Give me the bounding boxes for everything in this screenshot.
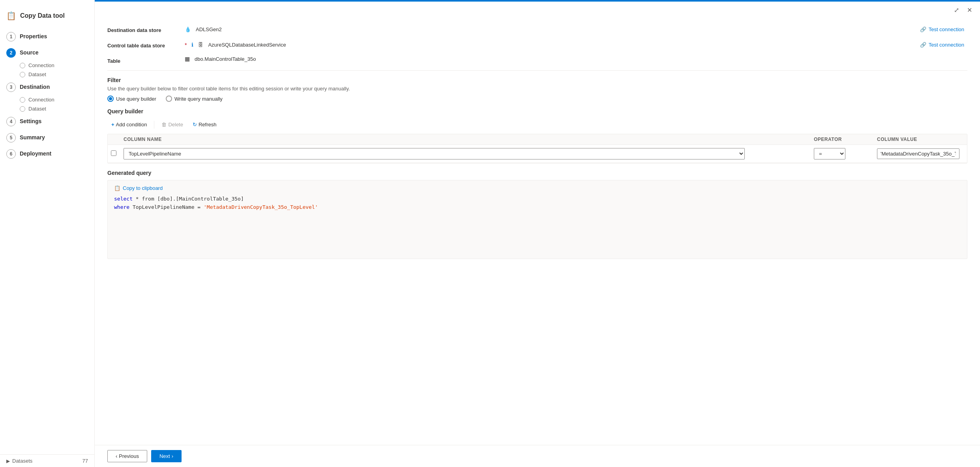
qb-value-cell bbox=[877, 148, 964, 159]
delete-button[interactable]: 🗑 Delete bbox=[157, 119, 187, 130]
test-connection-btn-ctrl[interactable]: 🔗 Test connection bbox=[917, 40, 967, 49]
sql-where-keyword: where bbox=[114, 204, 129, 210]
table-label: Table bbox=[107, 56, 178, 64]
test-conn-label-dest: Test connection bbox=[929, 26, 964, 32]
main-header: ⤢ ✕ bbox=[95, 2, 980, 19]
sidebar: 📋 Copy Data tool 1 Properties 2 Source C… bbox=[0, 0, 95, 467]
nav-label-source: Source bbox=[20, 48, 38, 57]
qb-operator-cell: = bbox=[814, 148, 877, 159]
qb-table-header: COLUMN NAME OPERATOR COLUMN VALUE bbox=[108, 134, 967, 145]
control-table-value-container: * ℹ 🗄 AzureSQLDatabaseLinkedService 🔗 Te… bbox=[185, 40, 967, 49]
previous-arrow-icon: ‹ bbox=[116, 453, 117, 459]
nav-item-properties[interactable]: 1 Properties bbox=[0, 28, 94, 45]
query-line-1: select * from [dbo].[MainControlTable_35… bbox=[114, 195, 961, 203]
refresh-icon: ↻ bbox=[193, 122, 197, 128]
sidebar-bottom-value: 77 bbox=[82, 458, 88, 464]
nav-number-properties: 1 bbox=[6, 32, 16, 41]
nav-sub-label-connection: Connection bbox=[28, 62, 54, 68]
table-value-container: ▦ dbo.MainControlTable_35o bbox=[185, 56, 967, 62]
nav-sub-dataset[interactable]: Dataset bbox=[0, 70, 94, 79]
chevron-right-icon: ▶ bbox=[6, 458, 10, 464]
next-button[interactable]: Next › bbox=[151, 450, 182, 462]
query-builder-table: COLUMN NAME OPERATOR COLUMN VALUE TopLev… bbox=[107, 134, 967, 163]
radio-write-query-manually[interactable]: Write query manually bbox=[166, 96, 223, 102]
delete-icon: 🗑 bbox=[161, 122, 167, 128]
nav-item-deployment[interactable]: 6 Deployment bbox=[0, 146, 94, 162]
filter-title: Filter bbox=[107, 77, 967, 83]
nav-number-deployment: 6 bbox=[6, 149, 16, 159]
sql-icon: 🗄 bbox=[198, 42, 203, 48]
qb-col-column-value: COLUMN VALUE bbox=[877, 137, 964, 142]
table-icon: ▦ bbox=[185, 56, 190, 62]
qb-table-row: TopLevelPipelineName = bbox=[108, 145, 967, 163]
info-icon: ℹ bbox=[191, 42, 193, 48]
radio-use-query-builder[interactable]: Use query builder bbox=[107, 96, 156, 102]
app-icon: 📋 bbox=[6, 11, 16, 21]
copy-icon: 📋 bbox=[114, 185, 120, 191]
control-table-label: Control table data store bbox=[107, 40, 178, 49]
nav-number-source: 2 bbox=[6, 48, 16, 58]
sql-from-clause: * from [dbo].[MainControlTable_35o] bbox=[136, 196, 244, 202]
sidebar-bottom: ▶ Datasets 77 bbox=[0, 454, 94, 467]
control-table-value: AzureSQLDatabaseLinkedService bbox=[208, 42, 286, 48]
qb-col-column-name: COLUMN NAME bbox=[124, 137, 814, 142]
previous-button[interactable]: ‹ Previous bbox=[107, 450, 147, 462]
test-conn-icon: 🔗 bbox=[920, 26, 926, 32]
test-conn-label-ctrl: Test connection bbox=[929, 42, 964, 48]
query-builder-toolbar: + Add condition 🗑 Delete ↻ Refresh bbox=[107, 119, 967, 130]
nav-sub-label-dest-dataset: Dataset bbox=[28, 106, 46, 112]
nav-item-settings[interactable]: 4 Settings bbox=[0, 113, 94, 129]
copy-to-clipboard-button[interactable]: 📋 Copy to clipboard bbox=[114, 185, 163, 195]
copy-label: Copy to clipboard bbox=[123, 185, 163, 191]
destination-store-value: ADLSGen2 bbox=[196, 26, 222, 32]
sidebar-bottom-label: Datasets bbox=[12, 458, 32, 464]
nav-item-summary[interactable]: 5 Summary bbox=[0, 129, 94, 146]
generated-query-title: Generated query bbox=[107, 170, 967, 176]
add-condition-label: Add condition bbox=[116, 122, 147, 128]
maximize-button[interactable]: ⤢ bbox=[952, 5, 961, 15]
nav-radio-dest-connection bbox=[20, 97, 25, 103]
nav-sub-dest-dataset[interactable]: Dataset bbox=[0, 104, 94, 113]
nav-label-deployment: Deployment bbox=[20, 149, 51, 158]
row-checkbox[interactable] bbox=[111, 150, 116, 156]
nav-radio-dest-dataset bbox=[20, 106, 25, 112]
qb-column-name-cell: TopLevelPipelineName bbox=[124, 148, 814, 159]
toolbar-separator bbox=[154, 121, 154, 129]
radio-dot-use-query-builder bbox=[107, 96, 114, 102]
nav-sub-connection[interactable]: Connection bbox=[0, 61, 94, 70]
refresh-button[interactable]: ↻ Refresh bbox=[189, 119, 221, 130]
add-condition-button[interactable]: + Add condition bbox=[107, 119, 151, 130]
generated-query-box: 📋 Copy to clipboard select * from [dbo].… bbox=[107, 180, 967, 259]
nav-number-destination: 3 bbox=[6, 83, 16, 92]
nav-sub-label-dest-connection: Connection bbox=[28, 97, 54, 103]
operator-select[interactable]: = bbox=[814, 148, 845, 159]
query-builder-title: Query builder bbox=[107, 108, 967, 114]
column-value-input[interactable] bbox=[877, 148, 959, 159]
nav-item-destination[interactable]: 3 Destination bbox=[0, 79, 94, 95]
column-name-select[interactable]: TopLevelPipelineName bbox=[124, 148, 745, 159]
radio-label-use-query-builder: Use query builder bbox=[116, 96, 156, 102]
test-connection-btn-dest[interactable]: 🔗 Test connection bbox=[917, 25, 967, 34]
table-row-form: Table ▦ dbo.MainControlTable_35o bbox=[107, 56, 967, 64]
required-marker: * bbox=[185, 42, 187, 48]
test-conn-icon-ctrl: 🔗 bbox=[920, 42, 926, 48]
generated-query-section: Generated query 📋 Copy to clipboard sele… bbox=[107, 170, 967, 259]
adls-icon: 💧 bbox=[185, 26, 191, 32]
query-line-2: where TopLevelPipelineName = 'MetadataDr… bbox=[114, 203, 961, 212]
destination-store-row: Destination data store 💧 ADLSGen2 🔗 Test… bbox=[107, 25, 967, 34]
nav-number-settings: 4 bbox=[6, 117, 16, 126]
refresh-label: Refresh bbox=[199, 122, 217, 128]
qb-checkbox-header bbox=[111, 137, 124, 142]
close-button[interactable]: ✕ bbox=[965, 5, 974, 15]
nav-radio-connection bbox=[20, 63, 25, 68]
plus-icon: + bbox=[111, 122, 114, 128]
sql-string-value: 'MetadataDrivenCopyTask_35o_TopLevel' bbox=[204, 204, 318, 210]
destination-store-value-container: 💧 ADLSGen2 🔗 Test connection bbox=[185, 25, 967, 34]
destination-store-label: Destination data store bbox=[107, 25, 178, 33]
nav-item-source[interactable]: 2 Source bbox=[0, 45, 94, 61]
sql-select-keyword: select bbox=[114, 196, 133, 202]
qb-col-operator: OPERATOR bbox=[814, 137, 877, 142]
app-title-container: 📋 Copy Data tool bbox=[0, 6, 94, 28]
qb-row-checkbox-cell bbox=[111, 150, 124, 157]
nav-sub-dest-connection[interactable]: Connection bbox=[0, 95, 94, 104]
